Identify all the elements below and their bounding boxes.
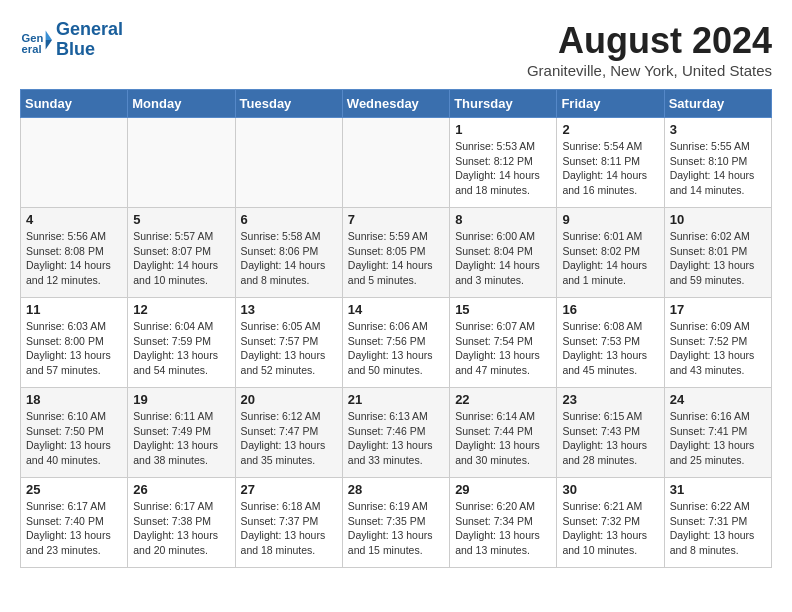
day-info: Sunrise: 6:10 AM Sunset: 7:50 PM Dayligh… (26, 409, 122, 468)
logo-line1: General (56, 20, 123, 40)
calendar-week-3: 11Sunrise: 6:03 AM Sunset: 8:00 PM Dayli… (21, 298, 772, 388)
day-number: 10 (670, 212, 766, 227)
day-info: Sunrise: 5:58 AM Sunset: 8:06 PM Dayligh… (241, 229, 337, 288)
day-info: Sunrise: 6:22 AM Sunset: 7:31 PM Dayligh… (670, 499, 766, 558)
day-info: Sunrise: 6:02 AM Sunset: 8:01 PM Dayligh… (670, 229, 766, 288)
day-number: 6 (241, 212, 337, 227)
calendar-cell (128, 118, 235, 208)
weekday-header-friday: Friday (557, 90, 664, 118)
day-number: 14 (348, 302, 444, 317)
day-info: Sunrise: 6:06 AM Sunset: 7:56 PM Dayligh… (348, 319, 444, 378)
day-number: 27 (241, 482, 337, 497)
day-number: 1 (455, 122, 551, 137)
calendar-cell: 8Sunrise: 6:00 AM Sunset: 8:04 PM Daylig… (450, 208, 557, 298)
day-info: Sunrise: 6:17 AM Sunset: 7:40 PM Dayligh… (26, 499, 122, 558)
logo-icon: Gen eral (20, 24, 52, 56)
logo-line2: Blue (56, 40, 123, 60)
day-info: Sunrise: 6:21 AM Sunset: 7:32 PM Dayligh… (562, 499, 658, 558)
title-block: August 2024 Graniteville, New York, Unit… (527, 20, 772, 79)
day-info: Sunrise: 6:16 AM Sunset: 7:41 PM Dayligh… (670, 409, 766, 468)
day-info: Sunrise: 6:05 AM Sunset: 7:57 PM Dayligh… (241, 319, 337, 378)
svg-text:Gen: Gen (22, 31, 44, 43)
day-info: Sunrise: 5:53 AM Sunset: 8:12 PM Dayligh… (455, 139, 551, 198)
calendar-cell: 13Sunrise: 6:05 AM Sunset: 7:57 PM Dayli… (235, 298, 342, 388)
month-title: August 2024 (527, 20, 772, 62)
day-info: Sunrise: 6:04 AM Sunset: 7:59 PM Dayligh… (133, 319, 229, 378)
calendar-cell: 12Sunrise: 6:04 AM Sunset: 7:59 PM Dayli… (128, 298, 235, 388)
weekday-header-wednesday: Wednesday (342, 90, 449, 118)
calendar-cell: 29Sunrise: 6:20 AM Sunset: 7:34 PM Dayli… (450, 478, 557, 568)
calendar-cell: 15Sunrise: 6:07 AM Sunset: 7:54 PM Dayli… (450, 298, 557, 388)
day-number: 18 (26, 392, 122, 407)
day-number: 20 (241, 392, 337, 407)
calendar-cell: 21Sunrise: 6:13 AM Sunset: 7:46 PM Dayli… (342, 388, 449, 478)
svg-marker-3 (46, 40, 52, 50)
calendar-cell: 28Sunrise: 6:19 AM Sunset: 7:35 PM Dayli… (342, 478, 449, 568)
day-number: 16 (562, 302, 658, 317)
calendar-cell: 24Sunrise: 6:16 AM Sunset: 7:41 PM Dayli… (664, 388, 771, 478)
day-info: Sunrise: 6:03 AM Sunset: 8:00 PM Dayligh… (26, 319, 122, 378)
calendar-cell: 25Sunrise: 6:17 AM Sunset: 7:40 PM Dayli… (21, 478, 128, 568)
calendar-cell (342, 118, 449, 208)
day-info: Sunrise: 6:11 AM Sunset: 7:49 PM Dayligh… (133, 409, 229, 468)
calendar-cell: 22Sunrise: 6:14 AM Sunset: 7:44 PM Dayli… (450, 388, 557, 478)
weekday-header-row: SundayMondayTuesdayWednesdayThursdayFrid… (21, 90, 772, 118)
calendar-week-5: 25Sunrise: 6:17 AM Sunset: 7:40 PM Dayli… (21, 478, 772, 568)
calendar-cell: 3Sunrise: 5:55 AM Sunset: 8:10 PM Daylig… (664, 118, 771, 208)
day-info: Sunrise: 6:19 AM Sunset: 7:35 PM Dayligh… (348, 499, 444, 558)
day-info: Sunrise: 6:13 AM Sunset: 7:46 PM Dayligh… (348, 409, 444, 468)
calendar-week-1: 1Sunrise: 5:53 AM Sunset: 8:12 PM Daylig… (21, 118, 772, 208)
weekday-header-monday: Monday (128, 90, 235, 118)
weekday-header-tuesday: Tuesday (235, 90, 342, 118)
day-number: 11 (26, 302, 122, 317)
day-info: Sunrise: 6:15 AM Sunset: 7:43 PM Dayligh… (562, 409, 658, 468)
calendar-cell (235, 118, 342, 208)
calendar-cell: 10Sunrise: 6:02 AM Sunset: 8:01 PM Dayli… (664, 208, 771, 298)
day-number: 19 (133, 392, 229, 407)
day-number: 29 (455, 482, 551, 497)
day-info: Sunrise: 5:59 AM Sunset: 8:05 PM Dayligh… (348, 229, 444, 288)
day-number: 22 (455, 392, 551, 407)
day-info: Sunrise: 5:54 AM Sunset: 8:11 PM Dayligh… (562, 139, 658, 198)
day-number: 15 (455, 302, 551, 317)
calendar-cell: 16Sunrise: 6:08 AM Sunset: 7:53 PM Dayli… (557, 298, 664, 388)
day-number: 25 (26, 482, 122, 497)
calendar-cell: 14Sunrise: 6:06 AM Sunset: 7:56 PM Dayli… (342, 298, 449, 388)
calendar-week-2: 4Sunrise: 5:56 AM Sunset: 8:08 PM Daylig… (21, 208, 772, 298)
day-info: Sunrise: 6:17 AM Sunset: 7:38 PM Dayligh… (133, 499, 229, 558)
day-info: Sunrise: 6:14 AM Sunset: 7:44 PM Dayligh… (455, 409, 551, 468)
day-info: Sunrise: 6:09 AM Sunset: 7:52 PM Dayligh… (670, 319, 766, 378)
calendar-cell: 17Sunrise: 6:09 AM Sunset: 7:52 PM Dayli… (664, 298, 771, 388)
day-info: Sunrise: 6:01 AM Sunset: 8:02 PM Dayligh… (562, 229, 658, 288)
day-info: Sunrise: 5:56 AM Sunset: 8:08 PM Dayligh… (26, 229, 122, 288)
calendar-cell: 18Sunrise: 6:10 AM Sunset: 7:50 PM Dayli… (21, 388, 128, 478)
day-number: 4 (26, 212, 122, 227)
calendar-cell (21, 118, 128, 208)
calendar-cell: 9Sunrise: 6:01 AM Sunset: 8:02 PM Daylig… (557, 208, 664, 298)
page-header: Gen eral General Blue August 2024 Granit… (20, 20, 772, 79)
day-number: 5 (133, 212, 229, 227)
day-number: 7 (348, 212, 444, 227)
calendar-week-4: 18Sunrise: 6:10 AM Sunset: 7:50 PM Dayli… (21, 388, 772, 478)
location-subtitle: Graniteville, New York, United States (527, 62, 772, 79)
svg-marker-2 (46, 30, 52, 40)
day-info: Sunrise: 6:18 AM Sunset: 7:37 PM Dayligh… (241, 499, 337, 558)
calendar-cell: 20Sunrise: 6:12 AM Sunset: 7:47 PM Dayli… (235, 388, 342, 478)
day-number: 13 (241, 302, 337, 317)
calendar-cell: 1Sunrise: 5:53 AM Sunset: 8:12 PM Daylig… (450, 118, 557, 208)
calendar-table: SundayMondayTuesdayWednesdayThursdayFrid… (20, 89, 772, 568)
weekday-header-sunday: Sunday (21, 90, 128, 118)
day-number: 23 (562, 392, 658, 407)
day-info: Sunrise: 5:55 AM Sunset: 8:10 PM Dayligh… (670, 139, 766, 198)
day-info: Sunrise: 6:08 AM Sunset: 7:53 PM Dayligh… (562, 319, 658, 378)
logo: Gen eral General Blue (20, 20, 123, 60)
day-number: 17 (670, 302, 766, 317)
calendar-cell: 26Sunrise: 6:17 AM Sunset: 7:38 PM Dayli… (128, 478, 235, 568)
calendar-cell: 31Sunrise: 6:22 AM Sunset: 7:31 PM Dayli… (664, 478, 771, 568)
calendar-cell: 27Sunrise: 6:18 AM Sunset: 7:37 PM Dayli… (235, 478, 342, 568)
calendar-cell: 6Sunrise: 5:58 AM Sunset: 8:06 PM Daylig… (235, 208, 342, 298)
day-number: 3 (670, 122, 766, 137)
calendar-cell: 7Sunrise: 5:59 AM Sunset: 8:05 PM Daylig… (342, 208, 449, 298)
day-number: 9 (562, 212, 658, 227)
day-number: 21 (348, 392, 444, 407)
